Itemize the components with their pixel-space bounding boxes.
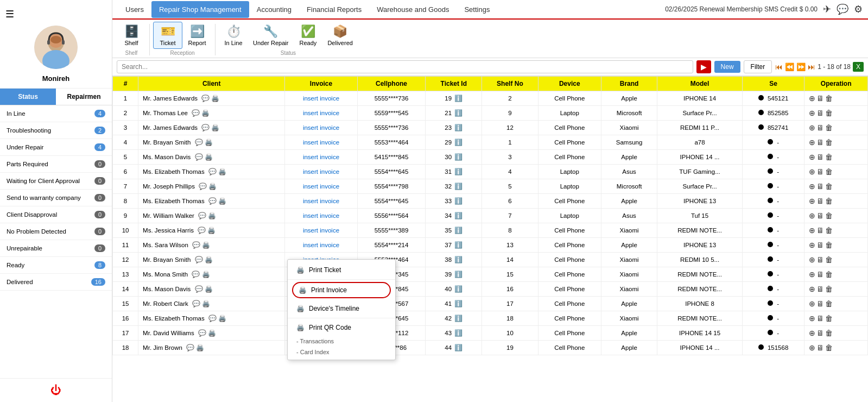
nav-repair-shop[interactable]: Repair Shop Management bbox=[151, 1, 249, 18]
chat-icon[interactable]: 💬 bbox=[201, 95, 210, 102]
chat-icon[interactable]: 💬 bbox=[192, 271, 200, 278]
nav-financial[interactable]: Financial Reports bbox=[299, 1, 369, 18]
status-item-no-problem-detected[interactable]: No Problem Detected0 bbox=[0, 223, 112, 240]
info-icon[interactable]: ℹ️ bbox=[454, 241, 462, 249]
print-icon[interactable]: 🖨️ bbox=[218, 315, 226, 322]
status-item-ready[interactable]: Ready8 bbox=[0, 257, 112, 274]
chat-icon[interactable]: 💬 bbox=[198, 212, 206, 219]
filter-button[interactable]: Filter bbox=[744, 60, 772, 73]
add-op-btn[interactable]: ⊕ bbox=[809, 226, 815, 235]
settings-icon[interactable]: ⚙ bbox=[854, 3, 863, 15]
cell-invoice[interactable]: insert invoice bbox=[285, 179, 357, 194]
delete-op-btn[interactable]: 🗑 bbox=[825, 270, 833, 279]
chat-icon[interactable]: 💬 bbox=[198, 329, 206, 337]
delete-op-btn[interactable]: 🗑 bbox=[825, 314, 833, 323]
telegram-icon[interactable]: ✈ bbox=[823, 3, 831, 15]
info-icon[interactable]: ℹ️ bbox=[454, 344, 462, 351]
toolbar-inline-btn[interactable]: ⏱️ In Line bbox=[219, 22, 248, 49]
info-icon[interactable]: ℹ️ bbox=[454, 271, 462, 278]
edit-op-btn[interactable]: 🖥 bbox=[816, 299, 824, 308]
delete-op-btn[interactable]: 🗑 bbox=[825, 226, 833, 235]
print-icon[interactable]: 🖨️ bbox=[205, 153, 213, 161]
status-item-client-disapproval[interactable]: Client Disapproval0 bbox=[0, 206, 112, 223]
edit-op-btn[interactable]: 🖥 bbox=[816, 285, 824, 293]
context-menu-print-qr[interactable]: 🖨️Print QR Code bbox=[288, 319, 395, 336]
chat-icon[interactable]: 💬 bbox=[208, 315, 217, 322]
print-icon[interactable]: 🖨️ bbox=[202, 300, 210, 307]
status-item-troubleshooting[interactable]: Troubleshooting2 bbox=[0, 122, 112, 139]
print-icon[interactable]: 🖨️ bbox=[205, 256, 213, 263]
chat-icon[interactable]: 💬 bbox=[186, 344, 194, 351]
print-icon[interactable]: 🖨️ bbox=[202, 241, 210, 249]
chat-icon[interactable]: 💬 bbox=[192, 241, 200, 249]
chat-icon[interactable]: 💬 bbox=[198, 227, 206, 234]
delete-op-btn[interactable]: 🗑 bbox=[825, 138, 833, 147]
print-icon[interactable]: 🖨️ bbox=[207, 227, 216, 234]
last-page-btn[interactable]: ⏭ bbox=[808, 62, 815, 71]
add-op-btn[interactable]: ⊕ bbox=[809, 285, 815, 293]
search-button[interactable]: ▶ bbox=[696, 60, 711, 73]
context-menu-devices-timeline[interactable]: 🖨️Device's Timeline bbox=[288, 300, 395, 317]
nav-accounting[interactable]: Accounting bbox=[249, 1, 299, 18]
print-icon[interactable]: 🖨️ bbox=[211, 124, 219, 131]
add-op-btn[interactable]: ⊕ bbox=[809, 314, 815, 323]
toolbar-underrepair-btn[interactable]: 🔧 Under Repair bbox=[248, 22, 293, 49]
edit-op-btn[interactable]: 🖥 bbox=[816, 314, 824, 323]
cell-invoice[interactable]: insert invoice bbox=[285, 91, 357, 106]
print-icon[interactable]: 🖨️ bbox=[201, 109, 210, 117]
delete-op-btn[interactable]: 🗑 bbox=[825, 153, 833, 161]
delete-op-btn[interactable]: 🗑 bbox=[825, 197, 833, 205]
info-icon[interactable]: ℹ️ bbox=[454, 256, 462, 263]
edit-op-btn[interactable]: 🖥 bbox=[816, 123, 824, 132]
toolbar-shelf-btn[interactable]: 🗄️ Shelf bbox=[117, 22, 146, 49]
cell-invoice[interactable]: insert invoice bbox=[285, 209, 357, 223]
chat-icon[interactable]: 💬 bbox=[201, 124, 210, 131]
cell-invoice[interactable]: insert invoice bbox=[285, 223, 357, 238]
edit-op-btn[interactable]: 🖥 bbox=[816, 343, 824, 352]
info-icon[interactable]: ℹ️ bbox=[454, 139, 462, 146]
chat-icon[interactable]: 💬 bbox=[208, 197, 217, 205]
edit-op-btn[interactable]: 🖥 bbox=[816, 138, 824, 147]
delete-op-btn[interactable]: 🗑 bbox=[825, 182, 833, 191]
status-item-waiting-for-client-approval[interactable]: Waiting for Client Approval0 bbox=[0, 173, 112, 190]
chat-icon[interactable]: 💬 bbox=[195, 285, 203, 293]
context-menu-print-ticket[interactable]: 🖨️Print Ticket bbox=[288, 262, 395, 278]
print-icon[interactable]: 🖨️ bbox=[205, 139, 213, 146]
delete-op-btn[interactable]: 🗑 bbox=[825, 109, 833, 117]
chat-icon[interactable]: 💬 bbox=[199, 183, 207, 190]
delete-op-btn[interactable]: 🗑 bbox=[825, 285, 833, 293]
prev-page-btn[interactable]: ⏪ bbox=[785, 62, 794, 71]
info-icon[interactable]: ℹ️ bbox=[454, 124, 462, 131]
chat-icon[interactable]: 💬 bbox=[192, 300, 200, 307]
print-icon[interactable]: 🖨️ bbox=[208, 212, 216, 219]
hamburger-icon[interactable]: ☰ bbox=[3, 5, 17, 23]
print-icon[interactable]: 🖨️ bbox=[208, 329, 216, 337]
cell-invoice[interactable]: insert invoice bbox=[285, 106, 357, 121]
edit-op-btn[interactable]: 🖥 bbox=[816, 211, 824, 220]
chat-icon[interactable]: 💬 bbox=[195, 256, 203, 263]
edit-op-btn[interactable]: 🖥 bbox=[816, 197, 824, 205]
delete-op-btn[interactable]: 🗑 bbox=[825, 94, 833, 103]
nav-warehouse[interactable]: Warehouse and Goods bbox=[369, 1, 457, 18]
add-op-btn[interactable]: ⊕ bbox=[809, 299, 815, 308]
status-item-send-to-warranty-company[interactable]: Send to warranty company0 bbox=[0, 190, 112, 206]
edit-op-btn[interactable]: 🖥 bbox=[816, 109, 824, 117]
status-item-in-line[interactable]: In Line4 bbox=[0, 105, 112, 122]
delete-op-btn[interactable]: 🗑 bbox=[825, 299, 833, 308]
add-op-btn[interactable]: ⊕ bbox=[809, 123, 815, 132]
add-op-btn[interactable]: ⊕ bbox=[809, 182, 815, 191]
info-icon[interactable]: ℹ️ bbox=[454, 153, 462, 161]
chat-icon[interactable]: 💬 bbox=[192, 109, 200, 117]
add-op-btn[interactable]: ⊕ bbox=[809, 109, 815, 117]
nav-settings[interactable]: Settings bbox=[457, 1, 497, 18]
info-icon[interactable]: ℹ️ bbox=[454, 212, 462, 219]
add-op-btn[interactable]: ⊕ bbox=[809, 94, 815, 103]
print-icon[interactable]: 🖨️ bbox=[218, 197, 226, 205]
print-icon[interactable]: 🖨️ bbox=[208, 183, 217, 190]
info-icon[interactable]: ℹ️ bbox=[454, 285, 462, 293]
delete-op-btn[interactable]: 🗑 bbox=[825, 211, 833, 220]
context-menu-transactions[interactable]: - Transactions bbox=[288, 336, 395, 347]
add-op-btn[interactable]: ⊕ bbox=[809, 167, 815, 176]
print-icon[interactable]: 🖨️ bbox=[196, 344, 204, 351]
toolbar-delivered-btn[interactable]: 📦 Delivered bbox=[322, 22, 357, 49]
